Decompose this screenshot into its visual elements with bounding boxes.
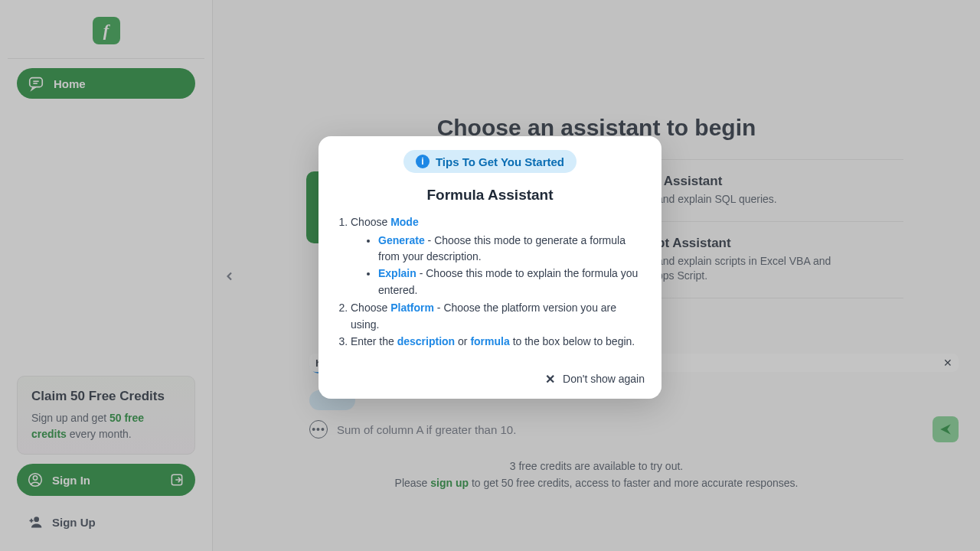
- modal-title: Formula Assistant: [335, 187, 645, 204]
- step3-pre: Enter the: [351, 335, 397, 347]
- modal-steps: Choose Mode Generate - Choose this mode …: [335, 214, 645, 350]
- step2-kw: Platform: [390, 302, 434, 314]
- dont-show-label: Don't show again: [563, 373, 645, 385]
- step1-kw: Mode: [390, 216, 419, 228]
- info-icon: i: [416, 155, 430, 168]
- gen-kw: Generate: [378, 234, 425, 246]
- step3-kw1: description: [397, 335, 455, 347]
- step1-pre: Choose: [351, 216, 390, 228]
- step3-kw2: formula: [470, 335, 509, 347]
- close-icon: ✕: [545, 372, 555, 386]
- step3-mid: or: [455, 335, 470, 347]
- exp-text: - Choose this mode to explain the formul…: [378, 267, 638, 296]
- step-explain: Explain - Choose this mode to explain th…: [378, 266, 645, 298]
- step2-pre: Choose: [351, 302, 390, 314]
- step-generate: Generate - Choose this mode to generate …: [378, 233, 645, 266]
- step-1: Choose Mode Generate - Choose this mode …: [351, 214, 645, 298]
- step-2: Choose Platform - Choose the platform ve…: [351, 300, 645, 333]
- step-3: Enter the description or formula to the …: [351, 334, 645, 350]
- tips-modal: i Tips To Get You Started Formula Assist…: [318, 136, 662, 399]
- tips-label: Tips To Get You Started: [436, 155, 564, 168]
- exp-kw: Explain: [378, 267, 416, 279]
- dont-show-again[interactable]: ✕ Don't show again: [335, 372, 645, 386]
- step3-text: to the box below to begin.: [510, 335, 635, 347]
- tips-pill: i Tips To Get You Started: [403, 150, 577, 173]
